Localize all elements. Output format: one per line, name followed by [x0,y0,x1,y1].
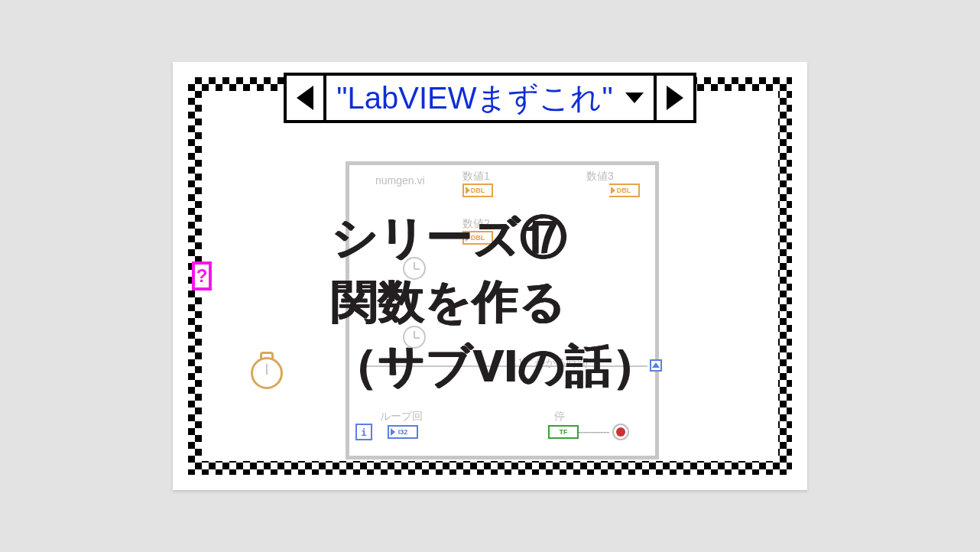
case-inner-area: numgen.vi 数値1 DBL 数値3 DBL 数値2 DBL 1にかかる時… [202,91,778,461]
i32-terminal-icon: I32 [388,425,418,439]
case-next-arrow-icon[interactable] [654,76,693,120]
dbl-terminal-icon: DBL [609,183,640,197]
chevron-down-icon[interactable] [625,93,644,103]
thumbnail-card: "LabVIEWまずこれ" ? numgen.vi 数値1 DBL 数値3 DB… [173,62,807,490]
overlay-line1: シリーズ⑰ [332,206,659,270]
stopwatch-icon [251,357,283,389]
overlay-line3: （サブVIの話） [332,334,659,398]
tf-terminal-icon: TF [548,425,579,439]
indicator-label-n3: 数値3 [586,170,614,183]
indicator-label-stop: 停 [554,410,565,424]
stop-button-icon[interactable] [612,424,629,440]
overlay-line2: 関数を作る [332,270,659,334]
subvi-label: numgen.vi [375,174,425,187]
dbl-terminal-icon: DBL [462,183,493,197]
loop-iteration-terminal-icon: i [355,424,372,440]
case-selector-text: "LabVIEWまずこれ" [336,77,612,119]
case-prev-arrow-icon[interactable] [287,76,326,120]
overlay-title: シリーズ⑰ 関数を作る （サブVIの話） [332,206,659,398]
case-structure: "LabVIEWまずこれ" ? numgen.vi 数値1 DBL 数値3 DB… [188,77,792,475]
case-selector[interactable]: "LabVIEWまずこれ" [284,73,696,123]
case-selector-terminal-icon[interactable]: ? [192,261,212,291]
indicator-label-loop-count: ループ回 [380,410,423,424]
case-selector-label: "LabVIEWまずこれ" [326,76,654,120]
indicator-label-n1: 数値1 [462,170,490,183]
